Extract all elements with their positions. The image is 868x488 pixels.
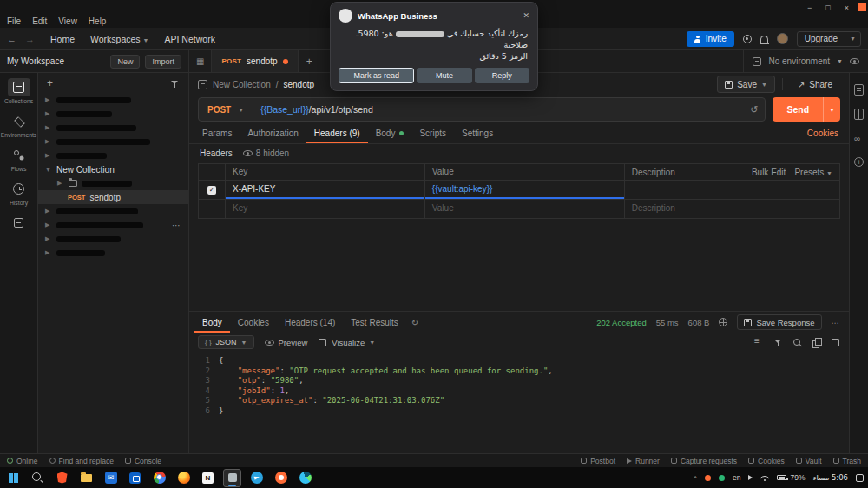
capture-requests-button[interactable]: Capture requests	[671, 457, 737, 465]
response-more-actions-icon[interactable]: ⋯	[832, 318, 841, 327]
notification-center-icon[interactable]	[856, 474, 864, 482]
network-globe-icon[interactable]	[719, 318, 727, 326]
tray-whatsapp-icon[interactable]	[719, 475, 725, 481]
send-options-chevron[interactable]: ▼	[823, 97, 840, 122]
notifications-bell-icon[interactable]	[760, 36, 768, 43]
more-actions-icon[interactable]: ⋯	[172, 221, 181, 230]
filter-icon[interactable]	[773, 338, 783, 347]
sidebar-item-redacted[interactable]: ▶	[38, 246, 188, 260]
header-value-cell[interactable]: {{vault:api-key}}	[424, 181, 624, 199]
start-button[interactable]	[4, 469, 23, 487]
send-button[interactable]: Send	[773, 97, 823, 122]
online-status[interactable]: Online	[7, 457, 38, 465]
chevron-down-icon[interactable]: ▼	[845, 36, 860, 42]
rail-item-configure[interactable]	[0, 214, 37, 234]
postman-icon[interactable]	[272, 469, 290, 487]
info-icon[interactable]	[854, 157, 864, 167]
line-wrap-icon[interactable]	[754, 338, 764, 347]
request-tab-scripts[interactable]: Scripts	[411, 123, 454, 143]
add-collection-button[interactable]: +	[47, 77, 53, 89]
environment-quick-look-icon[interactable]	[850, 58, 859, 64]
runner-button[interactable]: Runner	[627, 457, 660, 465]
nav-api-network[interactable]: API Network	[165, 34, 215, 44]
language-indicator[interactable]: en	[733, 473, 740, 482]
menu-file[interactable]: File	[7, 16, 21, 26]
notion-icon[interactable]	[199, 469, 217, 487]
response-tab-test-results[interactable]: Test Results	[343, 312, 405, 333]
preview-button[interactable]: Preview	[265, 338, 308, 347]
response-tab-headers[interactable]: Headers (14)	[277, 312, 343, 333]
close-button[interactable]: ×	[845, 3, 849, 12]
search-icon[interactable]	[792, 338, 802, 347]
format-selector[interactable]: JSON▼	[198, 335, 254, 349]
breadcrumb-collection[interactable]: New Collection	[213, 80, 271, 89]
chrome-icon[interactable]	[150, 469, 168, 487]
maximize-button[interactable]: □	[825, 3, 830, 12]
file-explorer-icon[interactable]	[77, 469, 95, 487]
workspace-title[interactable]: My Workspace	[7, 56, 64, 66]
mute-button[interactable]: Mute	[417, 68, 471, 83]
upgrade-button[interactable]: Upgrade▼	[797, 31, 861, 47]
cookies-button[interactable]: Cookies	[748, 457, 785, 465]
presets-button[interactable]: Presets ▼	[794, 168, 832, 177]
back-button[interactable]: ←	[7, 34, 16, 44]
sidebar-item-redacted[interactable]: ▶	[38, 107, 188, 121]
url-history-icon[interactable]: ↺	[743, 104, 765, 115]
focused-app-icon[interactable]	[223, 469, 241, 487]
copy-icon[interactable]	[812, 338, 821, 347]
value-placeholder-cell[interactable]: Value	[424, 200, 624, 218]
reply-button[interactable]: Reply	[475, 68, 529, 83]
telegram-icon[interactable]	[247, 469, 266, 487]
sidebar-item-redacted[interactable]: ▶	[38, 93, 188, 107]
rail-item-flows[interactable]: Flows	[0, 146, 37, 172]
chevron-down-icon[interactable]: ▼	[761, 82, 767, 88]
firefox-icon[interactable]	[174, 469, 193, 487]
request-tab-body[interactable]: Body	[368, 123, 412, 143]
settings-gear-icon[interactable]	[743, 35, 752, 43]
overview-grid-icon[interactable]: ▦	[189, 50, 211, 72]
request-tab-settings[interactable]: Settings	[454, 123, 501, 143]
expand-icon[interactable]	[831, 338, 840, 347]
sidebar-item-new-collection[interactable]: ▼New Collection	[38, 162, 188, 176]
edge-icon[interactable]	[296, 469, 314, 487]
documentation-icon[interactable]	[854, 84, 864, 96]
header-description-cell[interactable]	[624, 181, 839, 199]
status-badge[interactable]: 202 Accepted	[596, 318, 647, 327]
forward-button[interactable]: →	[25, 34, 35, 44]
filter-icon[interactable]	[170, 79, 180, 89]
mail-icon[interactable]	[102, 469, 120, 487]
import-button[interactable]: Import	[145, 55, 181, 69]
environment-selector[interactable]: No environment	[768, 56, 830, 66]
sidebar-item-sendotp[interactable]: POSTsendotp	[38, 190, 188, 204]
sidebar-item-redacted[interactable]: ▶⋯	[38, 218, 188, 232]
description-placeholder-cell[interactable]: Description	[624, 200, 839, 218]
whatsapp-notification[interactable]: WhatsApp Business ✕ رمزك لتأكيد حسابك في…	[330, 2, 538, 91]
rail-item-environments[interactable]: Environments	[0, 112, 37, 138]
method-selector[interactable]: POST▼	[199, 105, 253, 115]
row-checkbox[interactable]: ✓	[207, 186, 216, 195]
minimize-button[interactable]: −	[807, 3, 812, 12]
sidebar-item-redacted[interactable]: ▶	[38, 135, 188, 148]
request-tab-headers[interactable]: Headers (9)	[306, 123, 368, 143]
environment-icon[interactable]	[753, 57, 761, 66]
wifi-icon[interactable]	[760, 475, 769, 481]
invite-button[interactable]: Invite	[687, 31, 734, 47]
clock[interactable]: 5:06 مساء	[812, 473, 848, 482]
url-input[interactable]: {{Base_url}}/api/v1/otp/send	[253, 104, 743, 115]
sidebar-item-redacted[interactable]: ▶	[38, 148, 188, 162]
hidden-headers-toggle[interactable]: 8 hidden	[243, 148, 289, 158]
sidebar-item-folder[interactable]: ▶	[38, 176, 188, 190]
store-icon[interactable]	[126, 469, 144, 487]
hidden-icons-chevron[interactable]: ^	[694, 474, 697, 482]
volume-icon[interactable]	[748, 475, 753, 480]
share-button[interactable]: ↗Share	[790, 76, 840, 93]
battery-indicator[interactable]: 79%	[777, 473, 805, 482]
console-button[interactable]: Console	[125, 457, 161, 465]
new-button[interactable]: New	[110, 55, 140, 69]
sidebar-item-redacted[interactable]: ▶	[38, 232, 188, 246]
code-link-icon[interactable]	[854, 133, 864, 144]
sidebar-item-redacted[interactable]: ▶	[38, 121, 188, 135]
request-tab-authorization[interactable]: Authorization	[240, 123, 306, 143]
menu-help[interactable]: Help	[89, 16, 107, 26]
cookies-link[interactable]: Cookies	[807, 129, 844, 138]
